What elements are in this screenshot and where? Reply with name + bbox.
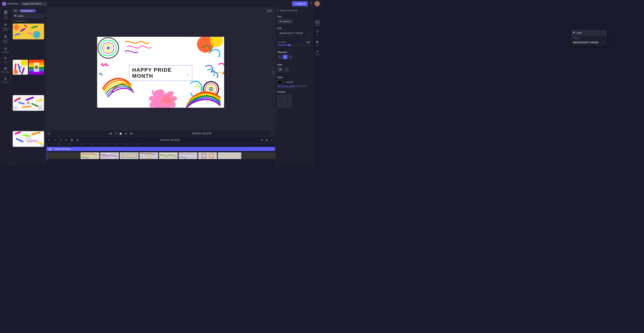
sidebar-item-templates[interactable]: ⊟ Templates: [1, 45, 10, 55]
font-size-slider-thumb[interactable]: [288, 44, 290, 46]
total-time: 00:10.00: [202, 132, 211, 135]
tab-title[interactable]: Happy Pride Month ☁: [20, 1, 47, 6]
save-custom-palettes-link[interactable]: Save custom palettes: [277, 85, 295, 87]
add-to-timeline-button[interactable]: ⊕: [76, 138, 80, 142]
font-size-value: 30: [306, 41, 311, 44]
filter-row: All Backgrounds ×: [11, 7, 46, 14]
export-button[interactable]: ↑ Export ▾: [292, 1, 308, 6]
canvas-preview[interactable]: HAPPY PRIDE MONTH ↻: [97, 37, 224, 108]
text-panel-button[interactable]: T Text: [313, 28, 322, 38]
captions-button[interactable]: ⊡: [48, 132, 50, 135]
media-thumb[interactable]: [13, 131, 44, 147]
media-thumb[interactable]: [13, 23, 44, 39]
svg-point-42: [25, 135, 32, 143]
text-label: Text: [316, 34, 319, 36]
position-section-header: Position: [277, 91, 311, 93]
color-swatch[interactable]: [277, 80, 282, 84]
sidebar-item-content-library[interactable]: ⊞ Content library: [1, 33, 10, 45]
align-left-button[interactable]: ≡: [277, 55, 282, 59]
your-media-icon: 🎬: [4, 10, 8, 14]
position-middle-left[interactable]: [277, 99, 282, 103]
text-track: ❚❚ T Happy Pride Month: [46, 146, 275, 152]
italic-button[interactable]: I: [284, 67, 289, 72]
effects-panel-button[interactable]: ✦ Effects: [313, 48, 322, 57]
skip-back-button[interactable]: ⏮: [109, 132, 112, 135]
font-size-slider-fill: [277, 45, 289, 45]
font-size-label: Font size: [277, 41, 286, 43]
sidebar-item-record-create[interactable]: ⊕ Record & create: [1, 21, 10, 33]
sidebar-item-your-media[interactable]: 🎬 Your media: [1, 9, 10, 21]
collapse-panel-button[interactable]: ‹: [272, 70, 275, 74]
ruler-mark: |:04: [91, 143, 102, 145]
search-box: 🔍 ×: [13, 14, 44, 18]
text-track-label: Happy Pride Month: [55, 148, 71, 150]
text-track-icon2: T: [52, 148, 54, 150]
search-row: 🔍 ×: [11, 14, 46, 20]
tab-title-text: Happy Pride Month: [22, 2, 42, 5]
cloud-icon: ☁: [42, 2, 45, 5]
font-size-slider[interactable]: [277, 45, 311, 45]
rewind-button[interactable]: ↺: [115, 132, 117, 135]
font-dropdown[interactable]: MICROSOFT PRIDE ▾: [277, 31, 311, 36]
canvas-text-overlay[interactable]: HAPPY PRIDE MONTH ↻: [129, 65, 192, 81]
reload-icon[interactable]: ↻: [187, 73, 189, 76]
svg-point-14: [19, 66, 22, 68]
timeline: ↖ ↩ ↪ ✂ 🗑 ⊕ 00:00.00 / 00:10.00 ⊖ ⊕ ⤢: [46, 137, 275, 166]
ruler-mark: |:01: [58, 143, 69, 145]
align-center-button[interactable]: ≡: [283, 55, 288, 59]
fit-view-button[interactable]: ⤢: [270, 138, 274, 142]
media-thumb[interactable]: [13, 95, 44, 111]
media-thumb[interactable]: [29, 60, 44, 75]
cursor-tool-button[interactable]: ↖: [47, 138, 51, 142]
sidebar-item-label: Templates: [2, 51, 9, 53]
play-button[interactable]: ▶: [120, 131, 122, 135]
svg-point-23: [34, 65, 38, 69]
fade-label: Fade: [316, 44, 319, 46]
font-size-row: Font size 30: [277, 41, 311, 44]
skip-forward-button[interactable]: ⏭: [130, 132, 133, 135]
font-section-header: Font: [277, 27, 311, 29]
cut-button[interactable]: ✂: [64, 138, 68, 142]
position-middle-center[interactable]: [282, 99, 287, 103]
svg-point-32: [38, 105, 43, 111]
zoom-out-button[interactable]: ⊖: [260, 138, 264, 142]
captions-panel-button[interactable]: CC Captions: [313, 19, 322, 28]
help-button[interactable]: ?: [310, 1, 313, 6]
right-icons-strip: CC Captions T Text ◐ Fade ✦ Effects: [313, 7, 322, 166]
forward-button[interactable]: ↻: [125, 132, 128, 135]
align-right-button[interactable]: ≡: [288, 55, 293, 59]
templates-icon: ⊟: [4, 47, 7, 51]
svg-point-33: [13, 106, 18, 110]
text-icon: T: [316, 30, 318, 33]
bold-button[interactable]: B: [277, 67, 283, 72]
position-top-center[interactable]: [282, 94, 287, 99]
sidebar-item-text[interactable]: T Text: [1, 55, 10, 65]
position-top-left[interactable]: [277, 94, 282, 99]
filter-all-button[interactable]: All: [13, 9, 18, 13]
undo-button[interactable]: ↩: [53, 138, 57, 142]
select-all-button[interactable]: ⊞ Select all: [277, 19, 293, 23]
position-bottom-left[interactable]: [277, 104, 282, 108]
search-input[interactable]: [18, 15, 46, 17]
text-track-clip[interactable]: ❚❚ T Happy Pride Month: [47, 147, 275, 151]
zoom-in-button[interactable]: ⊕: [265, 138, 269, 142]
sidebar-item-transitions[interactable]: ⇄ Transitions: [1, 65, 10, 75]
sidebar: 🎬 Your media ⊕ Record & create ⊞ Content…: [0, 7, 11, 166]
timeline-playhead[interactable]: [46, 145, 47, 161]
user-avatar[interactable]: 👤: [314, 1, 320, 6]
alignment-row: ≡ ≡ ≡: [277, 55, 311, 59]
fade-panel-button[interactable]: ◐ Fade: [313, 38, 322, 48]
content-library-icon: ⊞: [4, 34, 7, 39]
sidebar-item-brand-kit[interactable]: ◎ Brand kit: [1, 75, 10, 85]
media-thumb[interactable]: [13, 60, 28, 75]
position-bottom-center[interactable]: [282, 104, 287, 108]
redo-button[interactable]: ↪: [58, 138, 62, 142]
position-bottom-right[interactable]: [288, 104, 292, 108]
filter-tag-close[interactable]: ×: [34, 10, 35, 12]
position-top-right[interactable]: [288, 94, 292, 99]
font-name: MICROSOFT PRIDE: [280, 32, 303, 35]
thumb-svg: [29, 60, 44, 75]
delete-button[interactable]: 🗑: [70, 138, 74, 142]
fullscreen-button[interactable]: ⛶: [270, 132, 273, 135]
position-middle-right[interactable]: [288, 99, 292, 103]
